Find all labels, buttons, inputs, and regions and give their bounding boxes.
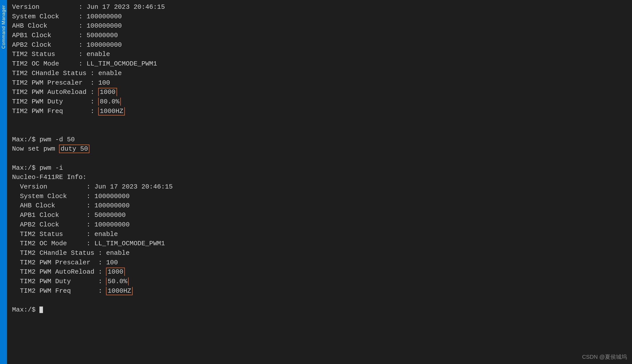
terminal-line: TIM2 PWM Duty : 80.0% xyxy=(12,97,627,107)
terminal-line: TIM2 CHandle Status : enable xyxy=(12,69,627,78)
cursor xyxy=(39,307,43,313)
terminal-line: APB1 Clock : 50000000 xyxy=(12,31,627,40)
terminal-line: APB2 Clock : 100000000 xyxy=(12,40,627,50)
terminal-line: Max:/$ xyxy=(12,305,627,315)
terminal-line: TIM2 CHandle Status : enable xyxy=(12,249,627,258)
terminal-line: TIM2 PWM Freq : 1000HZ xyxy=(12,286,627,296)
terminal-line: Max:/$ pwm -i xyxy=(12,163,627,173)
watermark: CSDN @夏侯城坞 xyxy=(582,353,627,361)
terminal-line: TIM2 Status : enable xyxy=(12,50,627,59)
terminal-line: Nucleo-F411RE Info: xyxy=(12,173,627,182)
terminal-line: TIM2 PWM Freq : 1000HZ xyxy=(12,107,627,116)
terminal-line: TIM2 PWM AutoReload : 1000 xyxy=(12,88,627,97)
terminal-line xyxy=(12,154,627,163)
terminal-line: Now set pwm duty 50 xyxy=(12,144,627,154)
terminal: Version : Jun 17 2023 20:46:15System Clo… xyxy=(7,0,632,364)
terminal-line: TIM2 PWM AutoReload : 1000 xyxy=(12,267,627,277)
terminal-line: TIM2 PWM Prescaler : 100 xyxy=(12,258,627,268)
terminal-line: APB1 Clock : 50000000 xyxy=(12,211,627,220)
terminal-line: AHB Clock : 100000000 xyxy=(12,201,627,211)
terminal-line: TIM2 PWM Prescaler : 100 xyxy=(12,78,627,88)
terminal-line: Max:/$ pwm -d 50 xyxy=(12,135,627,145)
terminal-line: System Clock : 100000000 xyxy=(12,12,627,22)
sidebar-label: Command Manager xyxy=(0,5,7,49)
terminal-line: System Clock : 100000000 xyxy=(12,192,627,201)
terminal-line: Version : Jun 17 2023 20:46:15 xyxy=(12,3,627,12)
terminal-line: APB2 Clock : 100000000 xyxy=(12,220,627,230)
terminal-line: TIM2 OC Mode : LL_TIM_OCMODE_PWM1 xyxy=(12,239,627,249)
terminal-line: AHB Clock : 100000000 xyxy=(12,21,627,31)
terminal-line: TIM2 OC Mode : LL_TIM_OCMODE_PWM1 xyxy=(12,59,627,69)
terminal-line: Version : Jun 17 2023 20:46:15 xyxy=(12,182,627,192)
terminal-line xyxy=(12,296,627,305)
terminal-line: TIM2 PWM Duty : 50.0% xyxy=(12,277,627,286)
terminal-line: TIM2 Status : enable xyxy=(12,230,627,239)
terminal-line xyxy=(12,126,627,135)
sidebar: Command Manager xyxy=(0,0,7,364)
terminal-line xyxy=(12,116,627,126)
